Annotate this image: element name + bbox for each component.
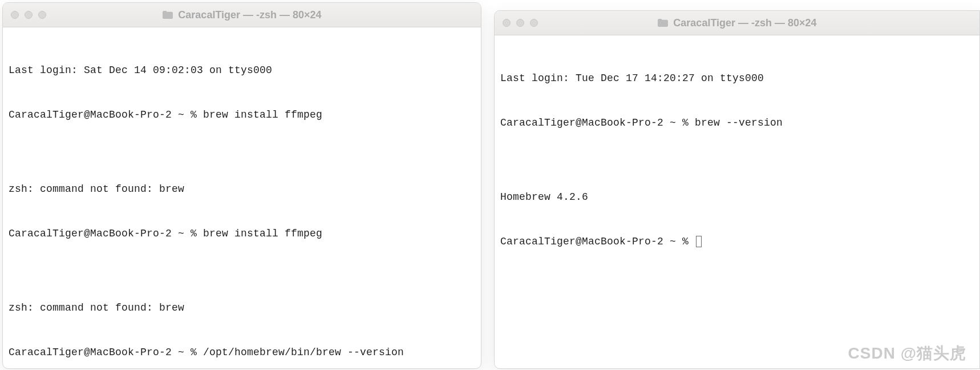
terminal-prompt-line[interactable]: CaracalTiger@MacBook-Pro-2 ~ % [500,234,974,249]
traffic-lights [11,11,46,19]
zoom-icon[interactable] [530,19,538,27]
terminal-line: CaracalTiger@MacBook-Pro-2 ~ % brew inst… [9,107,475,122]
window-title-group: CaracalTiger — -zsh — 80×24 [495,17,979,29]
minimize-icon[interactable] [516,19,524,27]
window-title: CaracalTiger — -zsh — 80×24 [673,17,816,29]
terminal-line: zsh: command not found: brew [9,182,475,196]
terminal-window-1[interactable]: CaracalTiger — -zsh — 80×24 Last login: … [2,2,481,369]
terminal-body[interactable]: Last login: Sat Dec 14 09:02:03 on ttys0… [3,27,481,369]
terminal-body[interactable]: Last login: Tue Dec 17 14:20:27 on ttys0… [495,35,979,284]
folder-icon [657,18,669,27]
close-icon[interactable] [503,19,511,27]
window-title-group: CaracalTiger — -zsh — 80×24 [3,9,481,21]
minimize-icon[interactable] [25,11,33,19]
terminal-line: Last login: Sat Dec 14 09:02:03 on ttys0… [9,63,475,78]
terminal-line: CaracalTiger@MacBook-Pro-2 ~ % brew --ve… [500,115,974,130]
terminal-line: Last login: Tue Dec 17 14:20:27 on ttys0… [500,71,974,86]
titlebar[interactable]: CaracalTiger — -zsh — 80×24 [3,3,481,27]
close-icon[interactable] [11,11,19,19]
terminal-window-2[interactable]: CaracalTiger — -zsh — 80×24 Last login: … [494,10,980,369]
zoom-icon[interactable] [38,11,46,19]
window-title: CaracalTiger — -zsh — 80×24 [178,9,321,21]
terminal-line: Homebrew 4.2.6 [500,190,974,204]
prompt-text: CaracalTiger@MacBook-Pro-2 ~ % [500,234,695,249]
cursor-icon [696,236,702,247]
folder-icon [162,10,173,19]
terminal-line: CaracalTiger@MacBook-Pro-2 ~ % brew inst… [9,226,475,241]
terminal-line: zsh: command not found: brew [9,300,475,315]
titlebar[interactable]: CaracalTiger — -zsh — 80×24 [495,11,979,35]
traffic-lights [503,19,538,27]
terminal-line: CaracalTiger@MacBook-Pro-2 ~ % /opt/home… [9,345,475,360]
